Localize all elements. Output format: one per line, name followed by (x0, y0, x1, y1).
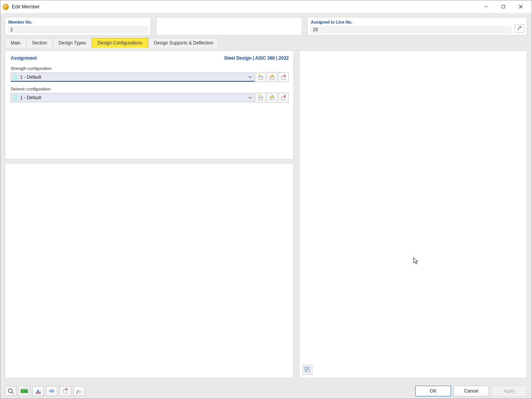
svg-rect-0 (502, 5, 505, 8)
svg-text:A: A (39, 391, 41, 393)
tab-main[interactable]: Main (5, 38, 26, 48)
seismic-delete-button[interactable] (278, 93, 289, 103)
tab-design-supports-deflection[interactable]: Design Supports & Deflection (148, 38, 219, 48)
dialog-footer: 0.00 A A f x (0, 383, 532, 399)
svg-rect-9 (259, 97, 263, 98)
svg-rect-14 (282, 97, 285, 98)
svg-text:0.00: 0.00 (21, 390, 27, 393)
formula-button[interactable]: f x (73, 386, 85, 396)
assigned-line-value[interactable]: 15 (310, 26, 511, 33)
units-button[interactable]: 0.00 (19, 386, 30, 396)
tab-design-configurations[interactable]: Design Configurations (92, 38, 148, 48)
app-icon (3, 4, 9, 10)
seismic-color-swatch (13, 95, 18, 101)
close-button[interactable] (512, 1, 529, 13)
tabstrip: Main Section Design Types Design Configu… (0, 38, 532, 48)
top-info-row: Member No. 2 Assigned to Line No. 15 (0, 14, 532, 38)
svg-point-17 (8, 389, 12, 393)
strength-config-value: 1 - Default (20, 74, 247, 80)
tab-section[interactable]: Section (26, 38, 53, 48)
seismic-config-value: 1 - Default (20, 95, 247, 100)
window-title: Edit Member (12, 4, 40, 10)
svg-rect-16 (307, 369, 310, 372)
svg-text:x: x (79, 390, 81, 393)
clipboard-delete-button[interactable] (60, 386, 71, 396)
svg-point-22 (51, 390, 52, 392)
strength-color-swatch (13, 74, 18, 80)
preview-panel (299, 51, 527, 378)
apply-button[interactable]: Apply (491, 386, 527, 396)
pick-line-button[interactable] (515, 24, 524, 33)
preview-swap-button[interactable] (302, 365, 312, 375)
chevron-down-icon (247, 95, 253, 100)
view-toggle-button[interactable] (46, 386, 57, 396)
seismic-config-label: Seismic configuration (11, 87, 289, 91)
seismic-config-dropdown[interactable]: 1 - Default (11, 93, 255, 102)
strength-delete-button[interactable] (278, 72, 289, 82)
strength-config-label: Strength configuration (11, 66, 289, 71)
assigned-line-panel: Assigned to Line No. 15 (307, 17, 527, 35)
member-no-panel: Member No. 2 (5, 17, 151, 35)
help-button[interactable] (5, 386, 16, 396)
titlebar: Edit Member (0, 0, 532, 13)
assignment-panel: Assignment Steel Design | AISC 360 | 202… (5, 51, 294, 159)
seismic-new-button[interactable] (255, 93, 266, 103)
tab-design-types[interactable]: Design Types (53, 38, 92, 48)
svg-point-10 (259, 94, 260, 95)
maximize-button[interactable] (494, 1, 512, 13)
left-bottom-panel (5, 163, 294, 378)
member-no-label: Member No. (8, 19, 148, 26)
cancel-button[interactable]: Cancel (453, 386, 489, 396)
design-code-text: Steel Design | AISC 360 | 2022 (224, 55, 289, 61)
svg-point-3 (259, 74, 260, 74)
svg-rect-7 (282, 76, 285, 77)
chevron-down-icon (247, 74, 253, 80)
strength-new-button[interactable] (255, 72, 266, 82)
seismic-edit-button[interactable] (267, 93, 277, 103)
ok-button[interactable]: OK (415, 386, 451, 396)
strength-edit-button[interactable] (267, 72, 277, 82)
assigned-line-label: Assigned to Line No. (310, 19, 524, 26)
middle-panel (156, 17, 302, 35)
minimize-button[interactable] (477, 1, 494, 13)
strength-config-dropdown[interactable]: 1 - Default (11, 73, 255, 82)
assignment-header: Assignment (11, 55, 37, 61)
font-size-button[interactable]: A A (32, 386, 44, 396)
member-no-value[interactable]: 2 (8, 26, 148, 33)
svg-rect-2 (259, 76, 263, 77)
